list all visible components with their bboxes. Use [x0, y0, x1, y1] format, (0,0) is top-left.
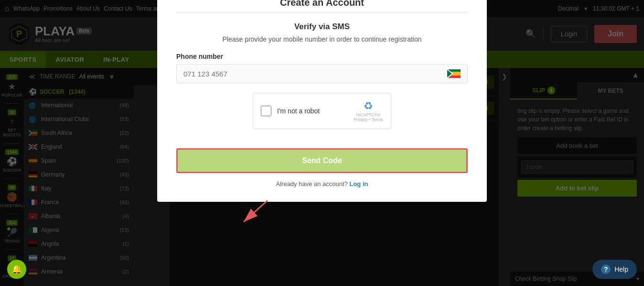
modal-sub-title: Verify via SMS [176, 22, 468, 32]
phone-input-wrapper [176, 64, 468, 83]
modal-divider [176, 12, 468, 12]
recaptcha-brand-text: reCAPTCHA [356, 112, 380, 117]
terms-link[interactable]: Terms [372, 117, 384, 122]
phone-label: Phone number [176, 53, 468, 60]
notification-bell-button[interactable]: 🔔 [7, 260, 26, 279]
captcha-widget: I'm not a robot ♻ reCAPTCHA Privacy • Te… [253, 93, 391, 129]
already-have-account: Already have an account? Log in [176, 178, 468, 187]
help-button[interactable]: ? Help [592, 260, 637, 279]
privacy-link[interactable]: Privacy [354, 117, 368, 122]
help-icon: ? [601, 264, 611, 274]
phone-input[interactable] [183, 70, 442, 78]
captcha-checkbox[interactable] [261, 106, 271, 116]
help-label: Help [614, 265, 628, 273]
south-africa-flag-icon [447, 69, 461, 78]
log-in-link[interactable]: Log in [349, 180, 368, 187]
already-text: Already have an account? [276, 180, 348, 187]
recaptcha-logo: ♻ [364, 100, 373, 112]
modal-title: Create an Account [176, 0, 468, 8]
modal-overlay: × Create an Account Verify via SMS Pleas… [0, 0, 644, 286]
send-code-button[interactable]: Send Code [176, 148, 468, 173]
captcha-label: I'm not a robot [277, 107, 320, 115]
captcha-branding: ♻ reCAPTCHA Privacy • Terms [354, 100, 383, 122]
captcha-links: Privacy • Terms [354, 117, 383, 122]
create-account-modal: × Create an Account Verify via SMS Pleas… [157, 0, 487, 202]
bell-icon: 🔔 [11, 264, 22, 275]
modal-description: Please provide your mobile number in ord… [176, 35, 468, 43]
